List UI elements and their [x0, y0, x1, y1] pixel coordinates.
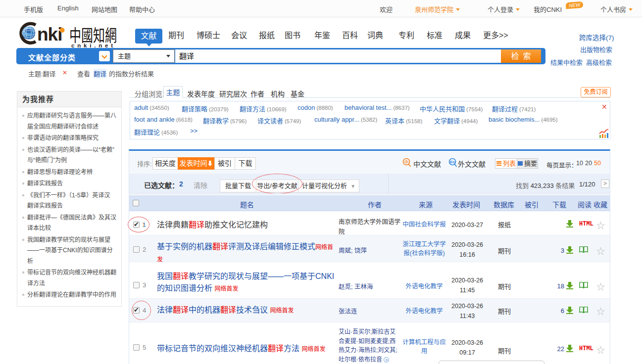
svg-text:En: En — [450, 160, 455, 164]
svg-text:中: 中 — [404, 159, 408, 165]
svg-text:nki: nki — [37, 24, 62, 45]
svg-text:中國知網: 中國知網 — [69, 27, 117, 45]
